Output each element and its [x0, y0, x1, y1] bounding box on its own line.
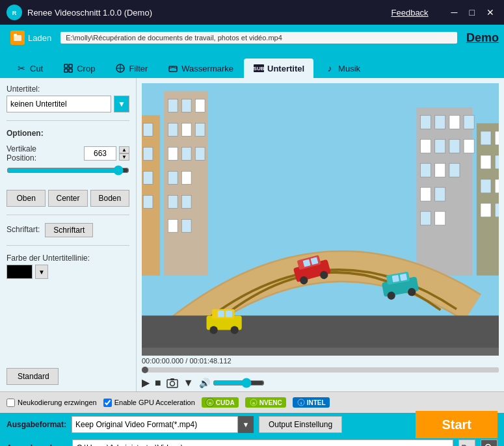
- gpu-checkbox[interactable]: [103, 399, 112, 407]
- screenshot-dropdown[interactable]: ▼: [183, 377, 194, 389]
- svg-text:n: n: [252, 401, 255, 405]
- minimize-button[interactable]: ─: [448, 8, 461, 17]
- video-frame: [142, 83, 499, 356]
- file-path: E:\molly\Récupération de documents de tr…: [60, 32, 457, 44]
- load-button[interactable]: Laden: [5, 28, 57, 47]
- play-button[interactable]: ▶: [142, 376, 150, 389]
- folder-path-input[interactable]: [72, 439, 453, 446]
- cuda-icon: n: [206, 398, 215, 407]
- farbe-dropdown-arrow[interactable]: ▼: [35, 265, 48, 279]
- tab-filter[interactable]: Filter: [105, 59, 157, 78]
- tab-filter-label: Filter: [129, 64, 148, 73]
- svg-point-89: [230, 326, 238, 334]
- folder-search-button[interactable]: [481, 439, 497, 446]
- tab-wassermarke-label: Wassermarke: [181, 64, 233, 73]
- untertitel-select-arrow[interactable]: ▼: [114, 96, 129, 112]
- tab-cut[interactable]: ✂ Cut: [7, 59, 52, 78]
- svg-rect-56: [421, 187, 431, 201]
- svg-rect-57: [435, 187, 445, 201]
- gpu-row: Enable GPU Acceleration: [103, 399, 195, 407]
- center-button[interactable]: Center: [48, 190, 87, 207]
- demo-label: Demo: [466, 31, 499, 45]
- svg-rect-27: [143, 196, 153, 209]
- nvenc-icon: n: [249, 398, 258, 407]
- vertikale-label: VertikalePosition:: [7, 144, 81, 163]
- svg-text:R: R: [12, 10, 17, 16]
- svg-rect-55: [449, 163, 460, 177]
- svg-rect-7: [69, 69, 72, 72]
- volume-icon: 🔊: [199, 378, 210, 388]
- app-logo: R: [7, 5, 22, 20]
- tab-wassermarke[interactable]: Wassermarke: [158, 59, 243, 78]
- progress-bar[interactable]: [142, 367, 499, 373]
- boden-button[interactable]: Boden: [90, 190, 129, 207]
- svg-rect-39: [181, 172, 191, 185]
- volume-slider[interactable]: [213, 378, 265, 388]
- feedback-link[interactable]: Feedback: [391, 8, 429, 18]
- farbe-swatch[interactable]: [7, 265, 33, 279]
- video-scene: [142, 83, 499, 356]
- slider-container: [7, 163, 129, 181]
- output-einstellung-button[interactable]: Output Einstellung: [259, 416, 342, 433]
- svg-rect-52: [464, 139, 474, 153]
- vertikale-slider[interactable]: [7, 165, 129, 176]
- untertitel-label: Untertitel:: [7, 85, 129, 94]
- volume-row: 🔊: [199, 378, 265, 388]
- nvenc-label: NVENC: [259, 399, 282, 406]
- svg-rect-3: [14, 34, 17, 36]
- svg-rect-65: [481, 155, 491, 169]
- tab-musik[interactable]: ♪ Musik: [315, 59, 369, 78]
- neukodierung-checkbox[interactable]: [7, 399, 15, 407]
- vertikale-input[interactable]: [84, 146, 116, 161]
- svg-rect-5: [69, 64, 72, 68]
- farbe-section: Farbe der Untertitellinie: ▼: [7, 254, 129, 279]
- format-select[interactable]: Keep Original Video Format(*.mp4): [72, 416, 238, 433]
- vertikale-row: VertikalePosition: ▲ ▼: [7, 144, 129, 163]
- svg-rect-68: [481, 179, 491, 193]
- svg-rect-48: [464, 115, 474, 129]
- svg-rect-85: [400, 274, 407, 281]
- progress-thumb[interactable]: [142, 367, 148, 373]
- untertitel-section: Untertitel: keinen Untertitel ▼: [7, 85, 129, 112]
- spinner-up[interactable]: ▲: [119, 146, 129, 153]
- svg-rect-37: [195, 148, 205, 161]
- standard-button[interactable]: Standard: [7, 368, 59, 385]
- svg-rect-46: [435, 115, 445, 129]
- screenshot-button[interactable]: [166, 378, 178, 388]
- start-button[interactable]: Start: [416, 411, 497, 438]
- titlebar: R Renee Videoschnitt 1.0.0 (Demo) Feedba…: [0, 0, 504, 25]
- svg-rect-66: [495, 155, 499, 169]
- farbe-row: ▼: [7, 265, 129, 279]
- maximize-button[interactable]: □: [466, 8, 478, 17]
- format-select-arrow[interactable]: ▼: [238, 416, 254, 433]
- svg-rect-36: [181, 148, 191, 161]
- svg-point-88: [209, 326, 217, 334]
- stop-button[interactable]: ■: [155, 377, 161, 389]
- svg-rect-24: [143, 172, 153, 185]
- svg-rect-70: [481, 203, 491, 217]
- divider1: [7, 120, 129, 121]
- svg-rect-69: [495, 179, 499, 193]
- svg-rect-21: [143, 148, 153, 161]
- spinner-down[interactable]: ▼: [119, 153, 129, 161]
- close-button[interactable]: ✕: [483, 8, 497, 17]
- tab-crop[interactable]: Crop: [53, 59, 104, 78]
- svg-rect-41: [181, 196, 191, 209]
- tab-untertitel[interactable]: SUB Untertitel: [244, 59, 313, 78]
- svg-rect-38: [168, 172, 178, 185]
- neukodierung-label: Neukodierung erzwingen: [18, 399, 97, 406]
- ausgabeformat-label: Ausgabeformat:: [7, 420, 66, 429]
- folder-browse-button[interactable]: [458, 439, 475, 446]
- cut-icon: ✂: [16, 62, 27, 74]
- oben-button[interactable]: Oben: [7, 190, 46, 207]
- svg-rect-47: [449, 115, 460, 129]
- svg-rect-51: [449, 139, 460, 153]
- svg-rect-42: [168, 220, 178, 233]
- load-icon: [10, 31, 25, 45]
- svg-rect-58: [421, 211, 431, 225]
- toolbar: Laden E:\molly\Récupération de documents…: [0, 25, 504, 51]
- schriftart-button[interactable]: Schriftart: [45, 223, 93, 237]
- svg-rect-31: [195, 99, 205, 112]
- untertitel-select[interactable]: keinen Untertitel: [7, 96, 111, 112]
- spinner-buttons: ▲ ▼: [119, 146, 129, 161]
